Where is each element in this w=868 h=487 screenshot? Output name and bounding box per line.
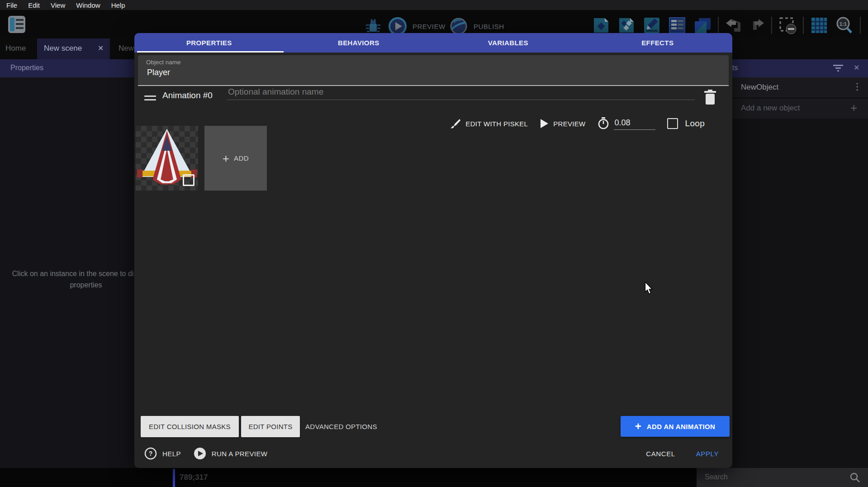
menu-help[interactable]: Help bbox=[111, 1, 125, 9]
tab-new-scene-label: New scene bbox=[44, 44, 82, 53]
animation-controls-row: EDIT WITH PISKEL PREVIEW Loop bbox=[450, 114, 705, 134]
undo-icon[interactable] bbox=[724, 16, 742, 34]
status-accent-bar bbox=[173, 469, 175, 487]
scene-settings-wrench-icon[interactable] bbox=[866, 15, 868, 35]
dialog-tab-bar: PROPERTIES BEHAVIORS VARIABLES EFFECTS bbox=[134, 33, 732, 53]
apply-button[interactable]: APPLY bbox=[696, 450, 719, 458]
close-panel-icon[interactable]: ✕ bbox=[854, 63, 859, 72]
dialog-tab-effects[interactable]: EFFECTS bbox=[583, 33, 733, 53]
search-icon[interactable] bbox=[849, 472, 860, 483]
menu-bar: File Edit View Window Help bbox=[0, 0, 868, 10]
time-between-frames-control bbox=[598, 117, 655, 130]
edit-collision-masks-button[interactable]: EDIT COLLISION MASKS bbox=[141, 416, 239, 437]
dialog-tab-behaviors-label: BEHAVIORS bbox=[338, 39, 379, 47]
objects-list-icon[interactable] bbox=[591, 15, 611, 35]
brush-icon bbox=[450, 118, 461, 129]
preview-animation-button[interactable]: PREVIEW bbox=[540, 119, 585, 129]
svg-text:1:1: 1:1 bbox=[840, 21, 847, 27]
advanced-options-button[interactable]: ADVANCED OPTIONS bbox=[305, 416, 377, 437]
dialog-tab-properties[interactable]: PROPERTIES bbox=[134, 33, 284, 53]
dialog-tab-variables[interactable]: VARIABLES bbox=[433, 33, 583, 53]
dialog-tab-properties-label: PROPERTIES bbox=[186, 39, 232, 47]
help-label: HELP bbox=[162, 450, 181, 458]
object-name-field-label: Object name bbox=[146, 59, 181, 66]
bottom-bar: 789;317 bbox=[0, 468, 868, 487]
loop-toggle[interactable]: Loop bbox=[667, 118, 705, 129]
cancel-button[interactable]: CANCEL bbox=[646, 450, 675, 458]
publish-label: PUBLISH bbox=[474, 23, 504, 30]
help-question-icon: ? bbox=[144, 447, 157, 460]
kebab-menu-icon[interactable]: ⋮ bbox=[853, 81, 862, 92]
menu-file[interactable]: File bbox=[6, 1, 17, 9]
dialog-tab-variables-label: VARIABLES bbox=[488, 39, 528, 47]
add-frame-plus-icon: + bbox=[223, 153, 229, 164]
tab-new-scene[interactable]: New scene ✕ bbox=[37, 38, 110, 59]
loop-checkbox[interactable] bbox=[667, 118, 678, 129]
animation-name-input[interactable] bbox=[227, 86, 695, 100]
object-name-input[interactable] bbox=[146, 67, 691, 78]
toolbar-divider bbox=[771, 17, 772, 34]
add-frame-button[interactable]: + ADD bbox=[204, 126, 267, 191]
zoom-one-to-one-icon[interactable]: 1:1 bbox=[835, 15, 854, 35]
mouse-cursor bbox=[644, 282, 655, 296]
dialog-footer: ? HELP RUN A PREVIEW CANCEL APPLY bbox=[144, 445, 719, 462]
run-preview-play-icon bbox=[194, 447, 206, 460]
redo-icon[interactable] bbox=[748, 16, 766, 34]
dialog-tab-behaviors[interactable]: BEHAVIORS bbox=[284, 33, 434, 53]
svg-text:?: ? bbox=[149, 450, 153, 457]
edit-with-piskel-button[interactable]: EDIT WITH PISKEL bbox=[450, 118, 528, 129]
grid-icon[interactable] bbox=[809, 15, 829, 35]
layers-icon[interactable] bbox=[693, 15, 712, 35]
add-animation-label: ADD AN ANIMATION bbox=[647, 423, 716, 430]
run-a-preview-label: RUN A PREVIEW bbox=[212, 450, 268, 458]
dialog-tab-effects-label: EFFECTS bbox=[641, 39, 674, 47]
edit-scene-pencil-icon[interactable] bbox=[642, 15, 662, 35]
properties-panel-title: Properties bbox=[10, 64, 43, 72]
add-animation-plus-icon: + bbox=[635, 421, 641, 432]
play-icon bbox=[540, 119, 549, 129]
active-tab-indicator bbox=[137, 51, 284, 53]
sprite-frame-thumbnail[interactable] bbox=[136, 126, 198, 191]
toolbar-divider bbox=[860, 17, 861, 34]
toolbar-divider bbox=[803, 17, 804, 34]
cursor-coordinates: 789;317 bbox=[180, 473, 208, 482]
time-between-frames-input[interactable] bbox=[614, 118, 655, 130]
edit-with-piskel-label: EDIT WITH PISKEL bbox=[465, 120, 528, 128]
frame-select-checkbox[interactable] bbox=[183, 174, 194, 186]
stopwatch-icon bbox=[598, 117, 609, 130]
help-button[interactable]: ? HELP bbox=[144, 447, 181, 460]
tab-clipped[interactable]: New bbox=[119, 44, 134, 53]
preview-animation-label: PREVIEW bbox=[553, 120, 585, 128]
loop-label: Loop bbox=[685, 119, 705, 129]
run-a-preview-button[interactable]: RUN A PREVIEW bbox=[194, 447, 268, 460]
add-object-label: Add a new object bbox=[741, 104, 800, 113]
object-editor-dialog: PROPERTIES BEHAVIORS VARIABLES EFFECTS O… bbox=[134, 33, 732, 468]
preview-label: PREVIEW bbox=[413, 23, 446, 30]
search-input[interactable] bbox=[704, 473, 832, 482]
filter-icon[interactable] bbox=[833, 64, 844, 72]
events-sheet-icon[interactable] bbox=[667, 15, 687, 35]
deselect-mask-icon[interactable] bbox=[778, 15, 797, 35]
menu-edit[interactable]: Edit bbox=[28, 1, 40, 9]
add-frame-label: ADD bbox=[234, 154, 249, 162]
edit-points-button[interactable]: EDIT POINTS bbox=[241, 416, 300, 437]
tab-home[interactable]: Home bbox=[5, 44, 26, 53]
menu-view[interactable]: View bbox=[51, 1, 65, 9]
animation-title: Animation #0 bbox=[162, 91, 213, 100]
object-name-label: NewObject bbox=[741, 83, 778, 92]
tab-close-icon[interactable]: ✕ bbox=[98, 44, 104, 53]
animation-drag-handle[interactable] bbox=[144, 95, 156, 100]
delete-animation-trash-icon[interactable] bbox=[703, 89, 717, 105]
add-object-plus-icon[interactable]: + bbox=[850, 101, 857, 115]
project-manager-icon[interactable] bbox=[6, 14, 27, 37]
object-name-field[interactable]: Object name bbox=[138, 55, 729, 86]
add-an-animation-button[interactable]: + ADD AN ANIMATION bbox=[621, 416, 730, 437]
behaviors-icon[interactable] bbox=[617, 15, 636, 35]
menu-window[interactable]: Window bbox=[76, 1, 100, 9]
search-bar bbox=[697, 468, 868, 487]
toolbar-divider bbox=[718, 17, 719, 34]
